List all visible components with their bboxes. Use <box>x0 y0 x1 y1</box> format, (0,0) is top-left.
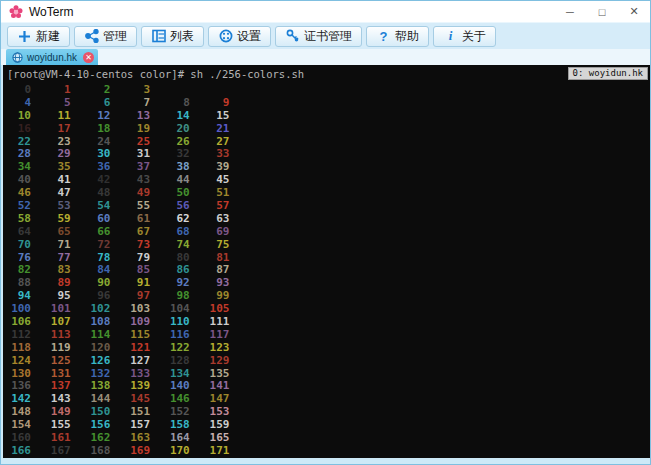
color-grid-row: 124125126127128129 <box>3 353 650 366</box>
color-grid-row: 949596979899 <box>3 288 650 301</box>
list-icon <box>151 29 166 44</box>
info-icon: i <box>443 29 458 44</box>
color-grid-row: 767778798081 <box>3 250 650 263</box>
new-session-button[interactable]: 新建 <box>7 26 70 47</box>
color-grid-row: 112113114115116117 <box>3 327 650 340</box>
color-grid-row: 100101102103104105 <box>3 301 650 314</box>
list-button[interactable]: 列表 <box>141 26 204 47</box>
color-grid-row: 0123 <box>3 82 650 95</box>
tab-label: woyidun.hk <box>27 52 77 63</box>
color-grid-row: 142143144145146147 <box>3 391 650 404</box>
color-grid-row: 282930313233 <box>3 146 650 159</box>
color-grid-row: 464748495051 <box>3 185 650 198</box>
cert-manager-button[interactable]: 证书管理 <box>275 26 362 47</box>
color-number-cell: 169 <box>110 445 150 458</box>
toolbar-button-label: 关于 <box>462 28 486 45</box>
color-number-cell: 166 <box>3 445 31 458</box>
session-tab[interactable]: woyidun.hk✕ <box>6 49 98 65</box>
app-window: WoTerm ─ □ ✕ 新建管理列表设置证书管理?帮助i关于 woyidun.… <box>0 0 651 465</box>
help-button[interactable]: ?帮助 <box>366 26 429 47</box>
color-grid-row: 585960616263 <box>3 211 650 224</box>
color-grid-row: 136137138139140141 <box>3 378 650 391</box>
minimize-button[interactable]: ─ <box>554 1 586 22</box>
flower-icon <box>9 5 23 19</box>
window-title: WoTerm <box>29 5 73 19</box>
toolbar-button-label: 帮助 <box>395 28 419 45</box>
color-grid-row: 106107108109110111 <box>3 314 650 327</box>
color-grid-row: 828384858687 <box>3 262 650 275</box>
about-button[interactable]: i关于 <box>433 26 496 47</box>
toolbar-button-label: 列表 <box>170 28 194 45</box>
color-grid-row: 404142434445 <box>3 172 650 185</box>
color-grid-row: 154155156157158159 <box>3 417 650 430</box>
close-button[interactable]: ✕ <box>618 1 650 22</box>
manage-button[interactable]: 管理 <box>74 26 137 47</box>
color-grid-row: 456789 <box>3 95 650 108</box>
question-icon: ? <box>376 29 391 44</box>
toolbar: 新建管理列表设置证书管理?帮助i关于 <box>1 22 650 49</box>
color-number-cell: 168 <box>71 445 111 458</box>
color-grid-row: 161718192021 <box>3 121 650 134</box>
color-grid-row: 888990919293 <box>3 275 650 288</box>
tab-close-icon[interactable]: ✕ <box>83 52 94 63</box>
color-grid-row: 646566676869 <box>3 224 650 237</box>
title-bar: WoTerm ─ □ ✕ <box>1 1 650 22</box>
color-grid-row: 222324252627 <box>3 134 650 147</box>
prompt-line: [root@VM-4-10-centos color]# sh ./256-co… <box>3 65 650 82</box>
plus-icon <box>17 29 32 44</box>
color-grid-row: 343536373839 <box>3 159 650 172</box>
color-grid-row: 148149150151152153 <box>3 404 650 417</box>
toolbar-button-label: 新建 <box>36 28 60 45</box>
maximize-button[interactable]: □ <box>586 1 618 22</box>
color-grid-row: 118119120121122123 <box>3 340 650 353</box>
color-grid-row: 166167168169170171 <box>3 443 650 456</box>
window-bottom-border <box>1 458 650 464</box>
palette-icon <box>218 29 233 44</box>
window-controls: ─ □ ✕ <box>554 1 650 22</box>
color-grid-row: 160161162163164165 <box>3 430 650 443</box>
tab-bar: woyidun.hk✕ <box>1 49 650 65</box>
toolbar-button-label: 证书管理 <box>304 28 352 45</box>
share-icon <box>84 29 99 44</box>
terminal[interactable]: [root@VM-4-10-centos color]# sh ./256-co… <box>3 65 650 460</box>
color-grid-row: 707172737475 <box>3 237 650 250</box>
session-badge: 0: woyidun.hk <box>568 67 648 80</box>
color-grid-row: 525354555657 <box>3 198 650 211</box>
key-icon <box>285 29 300 44</box>
settings-button[interactable]: 设置 <box>208 26 271 47</box>
color-number-cell: 167 <box>31 445 71 458</box>
toolbar-button-label: 设置 <box>237 28 261 45</box>
color-grid-row: 101112131415 <box>3 108 650 121</box>
color-grid: 0123456789101112131415161718192021222324… <box>3 82 650 456</box>
color-grid-row: 130131132133134135 <box>3 366 650 379</box>
toolbar-button-label: 管理 <box>103 28 127 45</box>
color-number-cell: 170 <box>150 445 190 458</box>
color-number-cell: 171 <box>190 445 230 458</box>
globe-icon <box>12 52 23 63</box>
